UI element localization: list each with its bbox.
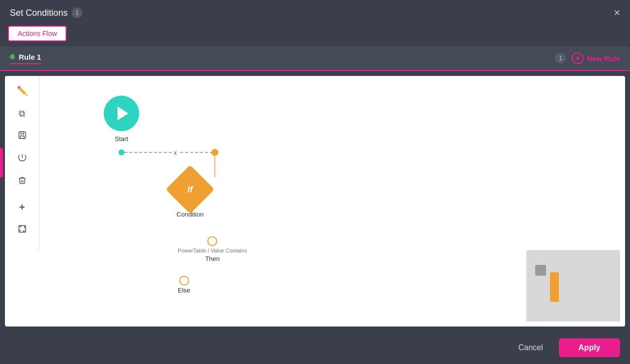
tab-bar: Actions Flow xyxy=(0,26,630,46)
modal-header: Set Conditions 1 × xyxy=(0,0,630,26)
zoom-in-button[interactable]: + xyxy=(12,197,32,217)
start-node[interactable]: Start xyxy=(104,96,139,143)
play-icon xyxy=(118,107,128,120)
power-icon xyxy=(18,153,27,165)
condition-diamond: If xyxy=(166,165,215,214)
modal-title: Set Conditions xyxy=(10,8,68,18)
flow-canvas[interactable]: Start x xyxy=(39,76,625,327)
new-rule-button[interactable]: + New Rule xyxy=(572,52,620,64)
rule-badge: 1 xyxy=(555,53,566,64)
close-button[interactable]: × xyxy=(614,7,620,18)
cancel-button[interactable]: Cancel xyxy=(509,339,553,356)
minimap xyxy=(526,250,620,322)
canvas-area: ✏️ ⧉ xyxy=(0,71,630,331)
toolbar-bottom: + xyxy=(12,197,32,245)
rule-label: Rule 1 xyxy=(19,53,41,61)
modal-title-area: Set Conditions 1 xyxy=(10,7,82,18)
trash-tool-button[interactable] xyxy=(12,172,32,191)
rule-tab[interactable]: Rule 1 xyxy=(10,53,41,64)
then-label: Then xyxy=(205,255,220,262)
save-icon xyxy=(18,131,27,142)
fit-view-button[interactable] xyxy=(12,220,32,240)
actions-flow-tab[interactable]: Actions Flow xyxy=(8,26,67,41)
minimap-gray-node xyxy=(535,265,546,276)
trash-icon xyxy=(18,176,27,187)
connector-svg: x xyxy=(84,147,232,187)
power-tool-button[interactable] xyxy=(12,149,32,169)
rule-status-dot xyxy=(10,54,15,59)
save-tool-button[interactable] xyxy=(12,126,32,146)
minimap-inner xyxy=(526,250,620,322)
then-sub-label: PowerTable / Value Contains xyxy=(178,247,247,254)
modal: Set Conditions 1 × Actions Flow Rule 1 1… xyxy=(0,0,630,364)
else-label: Else xyxy=(178,287,190,294)
pencil-tool-button[interactable]: ✏️ xyxy=(12,81,32,101)
modal-footer: Cancel Apply xyxy=(0,331,630,364)
copy-icon: ⧉ xyxy=(19,109,25,119)
then-node[interactable]: PowerTable / Value Contains Then xyxy=(178,236,247,262)
svg-point-8 xyxy=(211,149,218,156)
svg-rect-2 xyxy=(20,136,24,138)
zoom-in-icon: + xyxy=(19,202,25,213)
apply-button[interactable]: Apply xyxy=(559,338,620,357)
else-node[interactable]: Else xyxy=(178,276,190,294)
left-toolbar: ✏️ ⧉ xyxy=(5,76,39,250)
svg-text:x: x xyxy=(174,149,177,156)
pencil-icon: ✏️ xyxy=(17,85,28,96)
fit-icon xyxy=(18,224,27,236)
rule-actions: 1 + New Rule xyxy=(555,52,620,64)
start-circle xyxy=(104,96,139,131)
then-circle xyxy=(207,236,217,246)
minimap-orange-node xyxy=(550,272,559,302)
svg-rect-1 xyxy=(21,132,24,134)
if-icon: If xyxy=(188,184,193,195)
start-label: Start xyxy=(115,135,128,143)
new-rule-label: New Rule xyxy=(587,54,620,63)
left-edge-tab xyxy=(0,148,3,178)
condition-node[interactable]: If Condition xyxy=(173,172,207,218)
svg-point-4 xyxy=(118,149,124,155)
modal-title-badge: 1 xyxy=(72,7,82,18)
copy-tool-button[interactable]: ⧉ xyxy=(12,104,32,123)
new-rule-plus-icon: + xyxy=(572,52,584,64)
else-circle xyxy=(179,276,189,286)
canvas-main: ✏️ ⧉ xyxy=(5,76,625,327)
rule-bar: Rule 1 1 + New Rule xyxy=(0,46,630,71)
svg-rect-0 xyxy=(19,132,26,139)
